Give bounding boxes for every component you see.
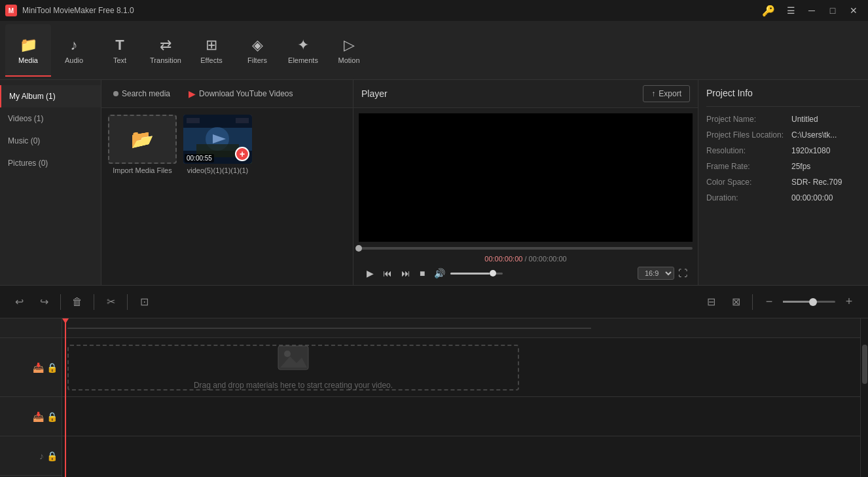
audio-label: Audio (65, 56, 83, 64)
redo-button[interactable]: ↪ (33, 291, 55, 313)
media-search-bar: Search media ▶ Download YouTube Videos (101, 80, 353, 108)
info-label-resolution: Resolution: (706, 146, 791, 155)
timeline-track-labels: 📥 🔒 📥 🔒 ♪ 🔒 (0, 318, 62, 477)
zoom-thumb[interactable] (809, 298, 817, 306)
timeline-video-track[interactable]: Drag and drop materials here to start cr… (62, 338, 860, 397)
info-row-colorspace: Color Space: SDR- Rec.709 (706, 178, 860, 187)
hamburger-button[interactable]: ☰ (782, 3, 800, 18)
toolbar-media[interactable]: 📁 Media (5, 24, 51, 77)
cut-button[interactable]: ✂ (99, 291, 122, 313)
info-label-colorspace: Color Space: (706, 178, 791, 187)
audio-track-note-icon: ♪ (39, 451, 44, 461)
video-add-button[interactable]: + (235, 147, 249, 161)
text-track-lock-icon[interactable]: 🔒 (46, 411, 58, 422)
svg-rect-5 (187, 118, 200, 123)
zoom-slider[interactable] (783, 301, 835, 303)
total-time: 00:00:00:00 (529, 255, 567, 263)
video-track-lock-icon[interactable]: 🔒 (46, 362, 58, 373)
player-controls: ▶ ⏮ ⏭ ■ 🔊 16:9 (359, 267, 693, 285)
sidebar-item-music[interactable]: Music (0) (0, 130, 101, 152)
aspect-ratio-select[interactable]: 16:9 4:3 1:1 9:16 (638, 267, 674, 280)
volume-fill (450, 273, 490, 275)
delete-button[interactable]: 🗑 (66, 291, 88, 313)
window-controls: ☰ ─ □ ✕ (782, 3, 863, 18)
toolbar-text[interactable]: T Text (97, 24, 143, 77)
player-timeline: 00:00:00:00 / 00:00:00:00 ▶ ⏮ ⏭ ■ 🔊 (353, 247, 698, 285)
zoom-in-button[interactable]: + (838, 291, 860, 313)
toolbar-effects[interactable]: ⊞ Effects (189, 24, 234, 77)
timeline-scrollbar[interactable] (860, 318, 868, 477)
zoom-fill (783, 301, 809, 303)
toolbar-elements[interactable]: ✦ Elements (280, 24, 326, 77)
timeline-label-audio: ♪ 🔒 (0, 436, 62, 476)
volume-bar[interactable] (450, 273, 503, 275)
svg-point-9 (284, 351, 291, 357)
youtube-download-button[interactable]: ▶ Download YouTube Videos (182, 85, 299, 102)
info-value-duration: 00:00:00:00 (791, 193, 833, 202)
fit-button[interactable]: ⊠ (725, 291, 747, 313)
timeline-drop-zone[interactable]: Drag and drop materials here to start cr… (67, 345, 519, 391)
timeline-ruler (67, 322, 591, 335)
text-track-add-icon[interactable]: 📥 (33, 411, 44, 422)
info-label-duration: Duration: (706, 193, 791, 202)
export-button[interactable]: ↑ Export (643, 85, 690, 102)
split-view-button[interactable]: ⊟ (700, 291, 722, 313)
audio-track-lock-icon[interactable]: 🔒 (46, 451, 58, 461)
zoom-out-button[interactable]: − (758, 291, 780, 313)
scrollbar-thumb[interactable] (862, 345, 867, 384)
search-media-button[interactable]: Search media (107, 86, 177, 102)
sidebar-item-pictures[interactable]: Pictures (0) (0, 152, 101, 174)
player-video (359, 113, 693, 242)
prev-frame-button[interactable]: ⏮ (380, 267, 395, 280)
media-grid: 📂 Import Media Files (101, 108, 353, 285)
project-info-title: Project Info (706, 88, 860, 107)
next-frame-button[interactable]: ⏭ (399, 267, 413, 280)
close-button[interactable]: ✕ (844, 3, 863, 18)
project-info-panel: Project Info Project Name: Untitled Proj… (698, 80, 868, 285)
timeline-drop-text: Drag and drop materials here to start cr… (194, 381, 393, 390)
player-header: Player ↑ Export (353, 80, 698, 108)
timeline-label-top (0, 318, 62, 338)
motion-label: Motion (338, 56, 359, 64)
left-and-player: My Album (1) Videos (1) Music (0) Pictur… (0, 80, 698, 285)
progress-thumb[interactable] (355, 245, 362, 252)
info-label-location: Project Files Location: (706, 130, 791, 140)
toolbar-motion[interactable]: ▷ Motion (326, 24, 372, 77)
fullscreen-button[interactable]: ⛶ (678, 268, 687, 278)
progress-bar[interactable] (359, 247, 693, 250)
elements-label: Elements (288, 56, 318, 64)
sidebar: My Album (1) Videos (1) Music (0) Pictur… (0, 80, 101, 285)
timeline-placeholder-icon (277, 345, 310, 375)
toolbar-filters[interactable]: ◈ Filters (234, 24, 280, 77)
player-panel: Player ↑ Export 00:00:00:00 / 00:00:00:0… (353, 80, 698, 285)
maximize-button[interactable]: □ (823, 3, 842, 18)
minimize-button[interactable]: ─ (803, 3, 821, 18)
content-area: My Album (1) Videos (1) Music (0) Pictur… (0, 80, 868, 285)
key-icon[interactable]: 🔑 (761, 3, 776, 18)
undo-button[interactable]: ↩ (8, 291, 30, 313)
volume-thumb[interactable] (490, 270, 496, 277)
playhead[interactable] (65, 318, 66, 477)
info-row-resolution: Resolution: 1920x1080 (706, 146, 860, 155)
effects-label: Effects (200, 56, 222, 64)
crop-button[interactable]: ⊡ (133, 291, 155, 313)
main-wrapper: My Album (1) Videos (1) Music (0) Pictur… (0, 80, 868, 477)
stop-button[interactable]: ■ (417, 267, 427, 280)
toolbar-audio[interactable]: ♪ Audio (51, 24, 97, 77)
toolbar-transition[interactable]: ⇄ Transition (143, 24, 189, 77)
time-sep: / (522, 255, 528, 263)
export-label: Export (659, 89, 681, 98)
toolbar-separator-3 (127, 294, 128, 310)
video-track-add-icon[interactable]: 📥 (33, 362, 44, 373)
video-media-item[interactable]: 00:00:55 + video(5)(1)(1)(1)(1) (183, 115, 252, 174)
audio-icon: ♪ (71, 37, 78, 54)
import-media-item[interactable]: 📂 Import Media Files (108, 115, 177, 174)
app-title: MiniTool MovieMaker Free 8.1.0 (22, 6, 761, 15)
info-row-project-name: Project Name: Untitled (706, 115, 860, 124)
youtube-label: Download YouTube Videos (199, 89, 293, 98)
sidebar-item-videos[interactable]: Videos (1) (0, 107, 101, 130)
video-duration: 00:00:55 (185, 154, 214, 162)
sidebar-item-my-album[interactable]: My Album (1) (0, 85, 101, 107)
play-button[interactable]: ▶ (364, 267, 376, 280)
volume-slider[interactable]: 🔊 (431, 267, 503, 280)
